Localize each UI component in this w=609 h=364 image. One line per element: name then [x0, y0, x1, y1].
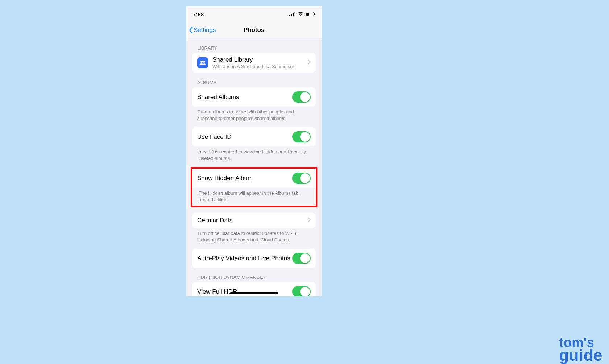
shared-albums-label: Shared Albums — [197, 94, 239, 101]
show-hidden-footer: The Hidden album will appear in the Albu… — [192, 188, 316, 206]
svg-rect-0 — [289, 15, 290, 16]
view-full-hdr-label: View Full HDR — [197, 288, 237, 295]
view-full-hdr-row[interactable]: View Full HDR — [192, 282, 316, 296]
battery-icon — [306, 11, 315, 17]
cellular-data-label: Cellular Data — [197, 217, 233, 224]
status-time: 7:58 — [193, 11, 204, 17]
chevron-right-icon — [308, 217, 311, 224]
svg-point-8 — [203, 61, 205, 63]
shared-albums-footer: Create albums to share with other people… — [186, 107, 322, 121]
watermark-bottom: guide — [559, 348, 602, 362]
view-full-hdr-toggle[interactable] — [292, 286, 311, 296]
shared-library-row[interactable]: Shared Library With Jason A Snell and Li… — [192, 53, 316, 73]
back-label: Settings — [194, 26, 216, 34]
status-icons — [289, 11, 315, 17]
shared-library-title: Shared Library — [212, 56, 294, 63]
cellular-icon — [289, 11, 295, 17]
face-id-footer: Face ID is required to view the Hidden a… — [186, 146, 322, 161]
cellular-data-row[interactable]: Cellular Data — [192, 213, 316, 228]
svg-rect-6 — [314, 13, 315, 15]
autoplay-toggle[interactable] — [292, 253, 311, 264]
chevron-right-icon — [308, 59, 311, 66]
back-button[interactable]: Settings — [186, 26, 216, 34]
show-hidden-toggle[interactable] — [292, 173, 311, 184]
home-indicator — [230, 292, 278, 294]
svg-rect-5 — [306, 13, 309, 16]
chevron-left-icon — [188, 26, 193, 34]
svg-rect-1 — [291, 14, 292, 16]
cellular-data-footer: Turn off cellular data to restrict updat… — [186, 228, 322, 243]
content-scroll[interactable]: LIBRARY Shared Library With Jason A Snel… — [186, 38, 322, 296]
show-hidden-label: Show Hidden Album — [197, 175, 253, 182]
people-icon — [197, 57, 208, 68]
section-header-library: LIBRARY — [186, 38, 322, 53]
section-header-hdr: HDR (HIGH DYNAMIC RANGE) — [186, 268, 322, 282]
face-id-toggle[interactable] — [292, 131, 311, 142]
watermark-logo: tom's guide — [559, 337, 602, 362]
svg-rect-3 — [294, 12, 295, 16]
section-header-albums: ALBUMS — [186, 73, 322, 87]
shared-library-subtitle: With Jason A Snell and Lisa Schmeiser — [212, 64, 294, 69]
wifi-icon — [298, 11, 303, 17]
svg-point-7 — [200, 61, 203, 63]
autoplay-label: Auto-Play Videos and Live Photos — [197, 255, 290, 262]
shared-albums-row[interactable]: Shared Albums — [192, 87, 316, 107]
svg-rect-2 — [293, 13, 294, 16]
autoplay-row[interactable]: Auto-Play Videos and Live Photos — [192, 249, 316, 268]
phone-frame: 7:58 Settings Photos LIBRARY — [186, 6, 322, 296]
face-id-label: Use Face ID — [197, 133, 231, 141]
show-hidden-album-row[interactable]: Show Hidden Album — [192, 169, 316, 188]
shared-albums-toggle[interactable] — [292, 91, 311, 103]
nav-bar: Settings Photos — [186, 22, 322, 38]
face-id-row[interactable]: Use Face ID — [192, 127, 316, 146]
status-bar: 7:58 — [186, 6, 322, 22]
highlight-box: Show Hidden Album The Hidden album will … — [191, 167, 317, 207]
